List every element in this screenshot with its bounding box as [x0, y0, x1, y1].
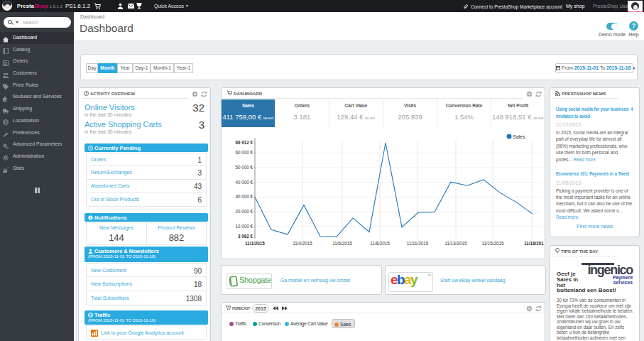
svg-text:Sales: Sales [513, 134, 525, 139]
svg-text:10 000 €: 10 000 € [235, 224, 253, 229]
svg-text:11/1/2015: 11/1/2015 [245, 241, 265, 246]
svg-text:50 000 €: 50 000 € [235, 165, 253, 170]
svg-text:20 000 €: 20 000 € [235, 209, 253, 214]
svg-text:30 000 €: 30 000 € [235, 194, 253, 199]
svg-text:60 000 €: 60 000 € [235, 150, 253, 155]
svg-text:11/8/2015: 11/8/2015 [370, 241, 390, 246]
svg-text:11/6/2015: 11/6/2015 [332, 241, 352, 246]
svg-text:3 082 €: 3 082 € [238, 234, 253, 239]
svg-text:11/18/201: 11/18/201 [524, 241, 544, 246]
svg-text:11/13/2015: 11/13/2015 [444, 241, 467, 246]
svg-text:11/11/2015: 11/11/2015 [407, 241, 429, 246]
svg-text:40 000 €: 40 000 € [235, 180, 253, 185]
svg-text:11/4/2015: 11/4/2015 [293, 241, 312, 246]
svg-text:66 912 €: 66 912 € [235, 140, 253, 145]
svg-text:11/15/2015: 11/15/2015 [481, 241, 504, 246]
